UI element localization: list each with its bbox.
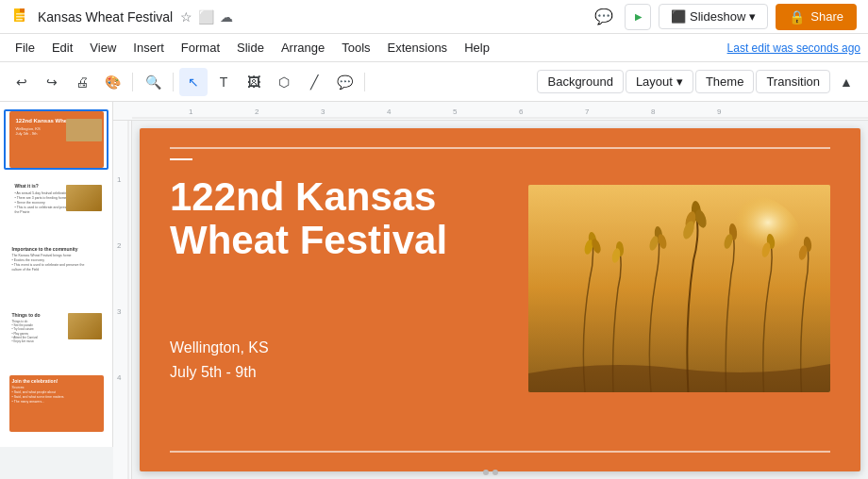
- star-icon[interactable]: ☆: [180, 9, 192, 25]
- svg-point-22: [689, 194, 802, 289]
- svg-rect-4: [16, 16, 25, 18]
- slide-panel: 1 122nd Kansas Wheat Festival Wellington…: [0, 102, 113, 447]
- thumb-1-image: [66, 119, 102, 141]
- svg-text:3: 3: [321, 107, 326, 116]
- slide-thumbnail-4[interactable]: 4 Things to do Things to do:• See the pa…: [4, 307, 108, 368]
- share-button[interactable]: 🔒 Share: [776, 4, 857, 30]
- slide-content: 122nd Kansas Wheat Festival Wellington, …: [140, 128, 860, 471]
- cloud-icon[interactable]: ☁: [220, 9, 233, 25]
- theme-button[interactable]: Theme: [695, 70, 754, 93]
- thumb-3-body: The Kansas Wheat Festival brings home• E…: [12, 254, 101, 273]
- toolbar: ↩ ↪ 🖨 🎨 🔍 ↖ T 🖼 ⬡ ╱ 💬 Background Layout …: [0, 62, 868, 102]
- slide-panel-wrapper: 1 122nd Kansas Wheat Festival Wellington…: [0, 102, 113, 479]
- collapse-toolbar-button[interactable]: ▲: [832, 68, 860, 96]
- menu-tools[interactable]: Tools: [334, 37, 377, 58]
- document-title[interactable]: Kansas Wheat Festival: [38, 9, 173, 25]
- slide-image[interactable]: [528, 185, 830, 392]
- slides-logo-icon: [11, 8, 30, 26]
- comment-icon[interactable]: 💬: [591, 4, 617, 30]
- menu-view[interactable]: View: [82, 37, 124, 58]
- indicator-dot-1: [483, 470, 489, 475]
- svg-text:3: 3: [117, 307, 122, 316]
- slide-title[interactable]: 122nd Kansas Wheat Festival: [170, 175, 516, 262]
- toolbar-separator-3: [364, 73, 365, 91]
- slide-bottom-line: [170, 451, 830, 453]
- title-bar: Kansas Wheat Festival ☆ ⬜ ☁ 💬 ▶ ⬛ Slides…: [0, 0, 868, 34]
- title-action-icons: ☆ ⬜ ☁: [180, 9, 233, 25]
- svg-text:4: 4: [387, 107, 392, 116]
- layout-button[interactable]: Layout ▾: [626, 70, 693, 93]
- last-edit-status[interactable]: Last edit was seconds ago: [727, 41, 860, 55]
- title-left: Kansas Wheat Festival ☆ ⬜ ☁: [11, 8, 233, 26]
- thumb-3-title: Importance to the community: [12, 246, 101, 252]
- svg-rect-5: [16, 19, 23, 21]
- transition-button[interactable]: Transition: [756, 70, 830, 93]
- slide-subtitle: Wellington, KS July 5th - 9th: [170, 336, 269, 384]
- thumb-5-body: Sources:• Said, and what people about• S…: [12, 386, 101, 405]
- indicator-dot-2: [492, 470, 498, 475]
- slideshow-button[interactable]: ⬛ Slideshow ▾: [659, 4, 768, 29]
- menu-extensions[interactable]: Extensions: [380, 37, 456, 58]
- svg-rect-3: [16, 13, 25, 15]
- thumb-2-image: [66, 185, 102, 211]
- google-meet-icon[interactable]: ▶: [625, 4, 651, 30]
- ruler-top-svg: 1 2 3 4 5 6 7 8 9: [132, 103, 868, 120]
- svg-text:5: 5: [453, 107, 458, 116]
- layout-chevron-icon: ▾: [676, 74, 683, 89]
- zoom-button[interactable]: 🔍: [139, 68, 167, 96]
- slide-position-indicator: [483, 470, 498, 475]
- slide-location: Wellington, KS: [170, 336, 269, 360]
- toolbar-separator-1: [132, 73, 133, 91]
- line-tool-button[interactable]: ╱: [300, 68, 328, 96]
- menu-slide[interactable]: Slide: [229, 37, 272, 58]
- slide-thumb-inner-4: Things to do Things to do:• See the para…: [9, 309, 104, 366]
- menu-help[interactable]: Help: [457, 37, 497, 58]
- comment-tool-button[interactable]: 💬: [330, 68, 359, 96]
- print-button[interactable]: 🖨: [68, 68, 96, 96]
- slide-thumbnail-5[interactable]: 5 Join the celebration! Sources:• Said, …: [4, 373, 108, 434]
- wheat-illustration: [528, 185, 830, 392]
- undo-button[interactable]: ↩: [8, 68, 36, 96]
- svg-text:7: 7: [585, 107, 590, 116]
- select-tool-button[interactable]: ↖: [179, 68, 208, 96]
- ruler-top: 1 2 3 4 5 6 7 8 9: [113, 102, 868, 121]
- ruler-left: 1 2 3 4: [113, 121, 132, 479]
- svg-text:9: 9: [717, 107, 722, 116]
- title-right: 💬 ▶ ⬛ Slideshow ▾ 🔒 Share: [591, 4, 857, 30]
- svg-text:1: 1: [189, 107, 193, 116]
- menu-insert[interactable]: Insert: [125, 37, 172, 58]
- main-area: 1 122nd Kansas Wheat Festival Wellington…: [0, 102, 868, 479]
- svg-text:6: 6: [519, 107, 524, 116]
- canvas-area[interactable]: 1 2 3 4 5 6 7 8 9 1 2 3 4: [113, 102, 868, 479]
- svg-text:2: 2: [255, 107, 259, 116]
- menu-file[interactable]: File: [8, 37, 42, 58]
- svg-rect-2: [20, 8, 25, 12]
- menu-bar: File Edit View Insert Format Slide Arran…: [0, 34, 868, 62]
- slide-dash: [170, 158, 192, 160]
- svg-text:4: 4: [117, 373, 122, 382]
- slide-dates: July 5th - 9th: [170, 360, 269, 385]
- text-tool-button[interactable]: T: [209, 68, 238, 96]
- chevron-down-icon: ▾: [749, 9, 756, 24]
- image-tool-button[interactable]: 🖼: [240, 68, 268, 96]
- slide-thumbnail-2[interactable]: 2 What it is? • An annual 5-day festival…: [4, 175, 108, 236]
- lock-icon: 🔒: [789, 9, 805, 25]
- svg-text:8: 8: [651, 107, 656, 116]
- svg-text:2: 2: [117, 241, 122, 250]
- thumb-5-title: Join the celebration!: [12, 378, 101, 384]
- shape-tool-button[interactable]: ⬡: [270, 68, 298, 96]
- ruler-left-svg: 1 2 3 4: [113, 121, 130, 479]
- background-button[interactable]: Background: [537, 70, 623, 93]
- main-slide[interactable]: 122nd Kansas Wheat Festival Wellington, …: [140, 128, 860, 471]
- slide-thumbnail-1[interactable]: 1 122nd Kansas Wheat Festival Wellington…: [4, 109, 108, 170]
- menu-arrange[interactable]: Arrange: [274, 37, 332, 58]
- move-to-folder-icon[interactable]: ⬜: [198, 9, 214, 25]
- slide-thumb-inner-2: What it is? • An annual 5-day festival c…: [9, 177, 104, 234]
- slide-thumbnail-3[interactable]: 3 Importance to the community The Kansas…: [4, 241, 108, 302]
- monitor-icon: ⬛: [671, 9, 686, 24]
- slide-thumb-inner-3: Importance to the community The Kansas W…: [9, 243, 104, 300]
- menu-format[interactable]: Format: [174, 37, 227, 58]
- menu-edit[interactable]: Edit: [44, 37, 80, 58]
- paint-format-button[interactable]: 🎨: [98, 68, 126, 96]
- redo-button[interactable]: ↪: [38, 68, 66, 96]
